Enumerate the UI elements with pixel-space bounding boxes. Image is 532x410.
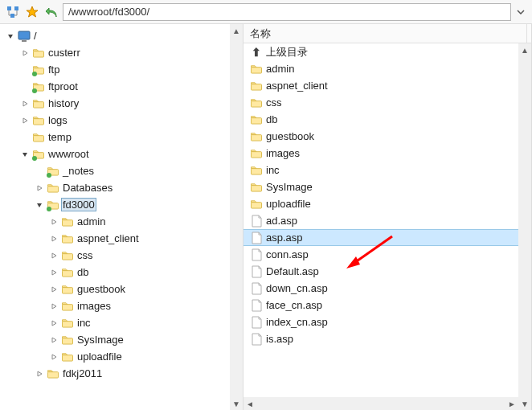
list-row[interactable]: inc: [243, 162, 531, 178]
tree-node[interactable]: _notes: [34, 162, 241, 179]
expand-icon[interactable]: [19, 98, 31, 109]
list-row[interactable]: is.asp: [243, 330, 531, 347]
tree-node[interactable]: history: [19, 95, 241, 112]
scroll-right-icon[interactable]: ►: [505, 397, 518, 410]
list-row[interactable]: db: [243, 111, 531, 128]
vscrollbar-left[interactable]: ▲ ▼: [230, 24, 243, 410]
tree-label: images: [76, 299, 113, 313]
list-label: index_cn.asp: [266, 316, 328, 328]
expand-icon[interactable]: [48, 318, 59, 329]
list-label: SysImage: [266, 181, 313, 193]
tree-node[interactable]: admin: [48, 213, 241, 230]
list-row[interactable]: uploadfile: [243, 195, 531, 212]
expand-icon[interactable]: [48, 334, 59, 346]
folder-icon: [61, 334, 74, 346]
tree-node[interactable]: uploadfile: [48, 348, 241, 365]
expand-icon[interactable]: [48, 301, 59, 312]
tree-node[interactable]: wwwroot: [19, 146, 241, 162]
tree-label: _notes: [61, 164, 96, 178]
tree-label: uploadfile: [76, 350, 124, 363]
list-label: admin: [266, 63, 294, 75]
favorite-icon[interactable]: [24, 4, 40, 20]
collapse-icon[interactable]: [34, 199, 45, 211]
tree-node[interactable]: inc: [48, 314, 241, 331]
hscrollbar-right[interactable]: ◄ ►: [243, 397, 518, 410]
vscrollbar-right[interactable]: ▲ ▼: [518, 43, 531, 410]
list-label: db: [266, 113, 277, 125]
expand-icon[interactable]: [48, 284, 59, 295]
list-label: ad.asp: [266, 215, 297, 227]
list-row[interactable]: asp.asp: [243, 229, 531, 246]
folder-icon: [47, 165, 59, 178]
scroll-up-icon[interactable]: ▲: [230, 24, 243, 37]
list-label: face_cn.asp: [266, 299, 322, 311]
list-row[interactable]: images: [243, 145, 531, 162]
list-row[interactable]: admin: [243, 60, 531, 77]
back-icon[interactable]: [43, 4, 59, 20]
scroll-up-icon[interactable]: ▲: [518, 43, 531, 56]
tree-node[interactable]: css: [48, 247, 241, 264]
up-directory-row[interactable]: ⬆上级目录: [243, 43, 531, 60]
address-bar[interactable]: /wwwroot/fd3000/: [63, 3, 511, 21]
list-row[interactable]: index_cn.asp: [243, 314, 531, 330]
folder-icon: [47, 199, 59, 211]
list-row[interactable]: aspnet_client: [243, 77, 531, 94]
list-row[interactable]: css: [243, 94, 531, 111]
tree-node[interactable]: fdkj2011: [34, 365, 241, 382]
folder-icon: [61, 317, 74, 330]
file-icon: [250, 282, 263, 295]
file-icon: [250, 265, 263, 278]
collapse-icon[interactable]: [5, 31, 16, 42]
tree-node[interactable]: ftp: [19, 61, 241, 78]
expand-icon[interactable]: [34, 368, 45, 379]
tree-node[interactable]: Databases: [34, 179, 241, 196]
folder-icon: [32, 64, 45, 76]
list-row[interactable]: ad.asp: [243, 212, 531, 229]
list-row[interactable]: face_cn.asp: [243, 297, 531, 314]
tree-label: /: [32, 29, 39, 43]
tree-label: custerr: [47, 46, 82, 59]
scroll-down-icon[interactable]: ▼: [518, 397, 531, 410]
expand-icon[interactable]: [48, 351, 59, 363]
up-label: 上级目录: [266, 45, 308, 59]
list-row[interactable]: guestbook: [243, 128, 531, 145]
expand-icon[interactable]: [48, 216, 59, 228]
expand-icon[interactable]: [48, 267, 59, 278]
expand-icon[interactable]: [48, 250, 59, 261]
expand-icon[interactable]: [34, 182, 45, 194]
tree-node[interactable]: images: [48, 297, 241, 314]
tree-node[interactable]: logs: [19, 112, 241, 129]
list-row[interactable]: down_cn.asp: [243, 280, 531, 297]
collapse-icon[interactable]: [19, 149, 31, 160]
tree-label: inc: [76, 316, 92, 330]
file-icon: [250, 316, 263, 329]
tree-node[interactable]: aspnet_client: [48, 230, 241, 247]
tree-node[interactable]: db: [48, 264, 241, 281]
tool-icon-nodes[interactable]: [5, 4, 21, 20]
address-path: /wwwroot/fd3000/: [68, 6, 149, 18]
svg-rect-3: [7, 6, 11, 10]
expand-icon[interactable]: [19, 115, 31, 126]
list-row[interactable]: SysImage: [243, 178, 531, 195]
address-dropdown-icon[interactable]: [514, 10, 527, 14]
tree-label: wwwroot: [47, 147, 91, 161]
scroll-down-icon[interactable]: ▼: [230, 397, 243, 410]
list-row[interactable]: conn.asp: [243, 246, 531, 263]
list-label: uploadfile: [266, 198, 311, 210]
tree-node[interactable]: ftproot: [19, 78, 241, 95]
file-icon: [250, 232, 263, 244]
tree-node[interactable]: guestbook: [48, 281, 241, 297]
list-row[interactable]: Default.asp: [243, 263, 531, 280]
column-header-name[interactable]: 名称: [243, 24, 531, 43]
tree-node[interactable]: SysImage: [48, 331, 241, 348]
tree-label: admin: [76, 215, 107, 228]
tree-node[interactable]: temp: [19, 129, 241, 146]
list-label: inc: [266, 164, 280, 176]
scroll-left-icon[interactable]: ◄: [243, 397, 256, 410]
tree-node[interactable]: fd3000: [34, 196, 241, 213]
expand-icon[interactable]: [48, 233, 59, 244]
tree-root-node[interactable]: /: [5, 27, 241, 44]
expand-icon[interactable]: [19, 47, 31, 59]
folder-icon: [250, 198, 263, 211]
tree-node[interactable]: custerr: [19, 44, 241, 61]
